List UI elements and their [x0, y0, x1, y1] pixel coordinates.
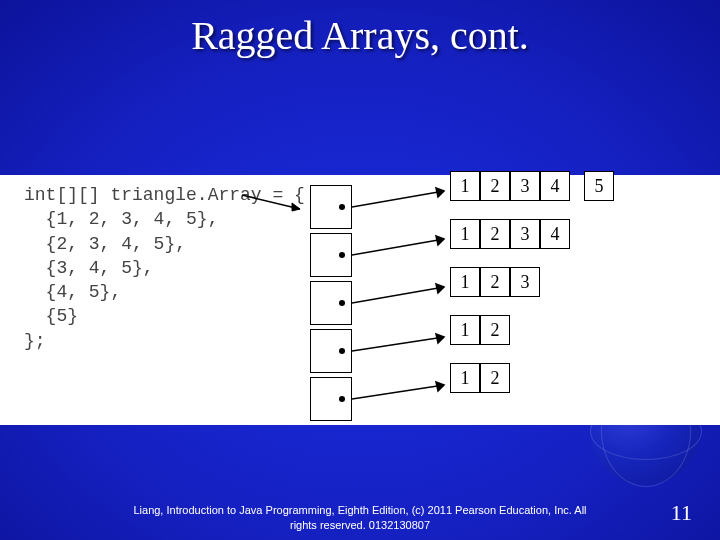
array-cell: 4 [540, 219, 570, 249]
code-line: {4, 5}, [24, 282, 121, 302]
code-line: }; [24, 331, 46, 351]
array-cell: 2 [480, 315, 510, 345]
array-cell: 3 [510, 267, 540, 297]
content-panel: int[][] triangle.Array = { {1, 2, 3, 4, … [0, 175, 720, 425]
array-cell: 1 [450, 315, 480, 345]
svg-line-4 [352, 239, 444, 255]
ref-cell [310, 281, 352, 325]
array-cell: 1 [450, 267, 480, 297]
svg-marker-5 [436, 236, 444, 245]
array-row: 1 2 [450, 363, 510, 393]
footer-citation: Liang, Introduction to Java Programming,… [0, 503, 720, 532]
array-row: 1 2 3 4 [450, 219, 570, 249]
reference-column [310, 185, 352, 425]
array-cell: 1 [450, 171, 480, 201]
footer-line: Liang, Introduction to Java Programming,… [133, 504, 586, 516]
array-cell: 2 [480, 171, 510, 201]
array-row: 1 2 3 [450, 267, 540, 297]
svg-marker-1 [292, 203, 300, 211]
array-cell: 3 [510, 171, 540, 201]
array-cell: 2 [480, 267, 510, 297]
svg-marker-9 [436, 334, 444, 343]
array-cell: 1 [450, 363, 480, 393]
svg-line-8 [352, 337, 444, 351]
array-cell: 3 [510, 219, 540, 249]
array-cell: 5 [584, 171, 614, 201]
array-cell: 4 [540, 171, 570, 201]
footer-line: rights reserved. 0132130807 [290, 519, 430, 531]
page-number: 11 [671, 500, 692, 526]
svg-line-10 [352, 385, 444, 399]
code-line: {3, 4, 5}, [24, 258, 154, 278]
svg-line-2 [352, 191, 444, 207]
svg-line-0 [242, 195, 300, 209]
array-cell: 2 [480, 363, 510, 393]
svg-marker-7 [436, 284, 444, 293]
slide-title: Ragged Arrays, cont. [0, 0, 720, 59]
array-row: 1 2 3 4 5 [450, 171, 614, 201]
ref-cell [310, 377, 352, 421]
ref-cell [310, 233, 352, 277]
array-row: 1 2 [450, 315, 510, 345]
code-line: {1, 2, 3, 4, 5}, [24, 209, 218, 229]
svg-marker-11 [436, 382, 444, 391]
array-cell: 1 [450, 219, 480, 249]
svg-line-6 [352, 287, 444, 303]
code-line: {2, 3, 4, 5}, [24, 234, 186, 254]
reference-arrows [352, 185, 452, 425]
pointer-arrow-icon [242, 189, 312, 213]
array-cell: 2 [480, 219, 510, 249]
ref-cell [310, 329, 352, 373]
code-line: {5} [24, 306, 78, 326]
ref-cell [310, 185, 352, 229]
svg-marker-3 [436, 188, 444, 197]
